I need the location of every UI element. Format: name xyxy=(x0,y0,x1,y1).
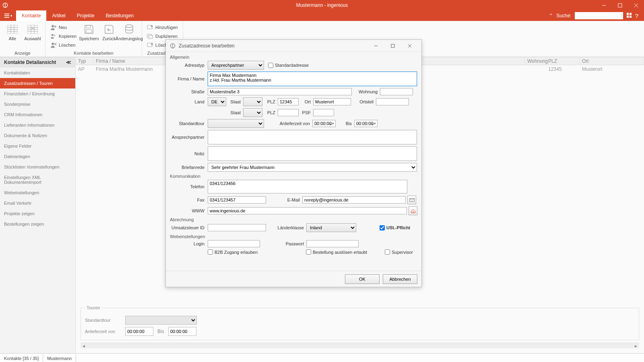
ok-button[interactable]: OK xyxy=(345,274,380,284)
sidebar-item[interactable]: Lieferanten Informationen xyxy=(0,120,75,130)
sidebar: Kontakte Detailansicht ≪ KontaktdatenZus… xyxy=(0,57,76,353)
cancel-button[interactable]: Abbrechen xyxy=(383,274,417,284)
horizontal-scrollbar[interactable]: ◂ ▸ xyxy=(80,343,639,348)
svg-rect-6 xyxy=(4,14,9,14)
sidebar-item[interactable]: Dateianlagen xyxy=(0,151,75,162)
ribbon-speichern-button[interactable]: Speichern xyxy=(80,23,98,41)
standardtour-dlg-select[interactable] xyxy=(208,119,264,128)
strasse-input[interactable] xyxy=(208,88,352,95)
ribbon-neu-button[interactable]: Neu xyxy=(49,23,78,31)
staat2-select[interactable] xyxy=(243,108,262,117)
ribbon-kopieren-button[interactable]: Kopieren xyxy=(49,32,78,40)
adresstyp-select[interactable]: Ansprechpartner xyxy=(208,61,264,70)
grid-select-icon xyxy=(27,23,39,35)
bestellung-checkbox[interactable] xyxy=(306,249,311,255)
ribbon-hinzufuegen-button[interactable]: Hinzufügen xyxy=(145,23,180,31)
ribbon-loeschen-button[interactable]: Löschen xyxy=(49,41,78,49)
sidebar-item[interactable]: Webeinstellungen xyxy=(0,187,75,198)
sidebar-item[interactable]: Kontaktdaten xyxy=(0,68,75,78)
ust-input[interactable] xyxy=(208,224,266,231)
minimize-button[interactable] xyxy=(596,0,612,10)
anlieferzeit-bis-input[interactable] xyxy=(168,327,196,336)
tab-kontakte[interactable]: Kontakte xyxy=(16,10,46,21)
www-open-button[interactable] xyxy=(409,206,417,215)
staat-select[interactable] xyxy=(243,97,262,106)
dialog-minimize-button[interactable] xyxy=(367,40,384,52)
briefanrede-select[interactable]: Sehr geehrter Frau Mustermann xyxy=(208,163,417,172)
dialog-zusatzadresse: Zusatzadresse bearbeiten Allgemein Adres… xyxy=(165,39,422,287)
land-select[interactable]: DE xyxy=(208,97,226,106)
status-mustermann[interactable]: Mustermann xyxy=(43,354,76,362)
ortsteil-input[interactable] xyxy=(376,98,409,105)
standardtour-select[interactable] xyxy=(125,316,197,325)
email-send-button[interactable] xyxy=(407,195,416,204)
status-kontakte[interactable]: Kontakte [35 / 35] xyxy=(0,354,43,362)
svg-rect-3 xyxy=(618,4,622,7)
supervisor-checkbox[interactable] xyxy=(385,249,390,255)
laenderklasse-select[interactable]: Inland xyxy=(306,223,356,232)
dialog-titlebar[interactable]: Zusatzadresse bearbeiten xyxy=(166,40,421,52)
email-input[interactable] xyxy=(302,196,406,204)
svg-point-36 xyxy=(126,25,133,28)
close-button[interactable] xyxy=(628,0,644,10)
ribbon-duplizieren-button[interactable]: Duplizieren xyxy=(145,32,180,40)
sidebar-collapse-icon[interactable]: ≪ xyxy=(66,60,71,65)
sidebar-item[interactable]: Einstellungen XML Dokumentenimport xyxy=(0,172,75,187)
login-input[interactable] xyxy=(208,240,260,247)
help-button[interactable]: ? xyxy=(635,12,638,19)
anlieferzeit-von-input[interactable] xyxy=(125,327,153,336)
sidebar-item[interactable]: Dokumente & Notizen xyxy=(0,130,75,141)
ribbon-aenderungslog-button[interactable]: Änderungslog xyxy=(120,23,138,41)
firma-name-input[interactable] xyxy=(208,72,417,86)
card-plus-icon xyxy=(147,24,153,31)
standardadresse-checkbox[interactable] xyxy=(268,63,273,68)
sidebar-item[interactable]: CRM Informationen xyxy=(0,109,75,120)
psf-input[interactable] xyxy=(313,109,334,116)
plz2-input[interactable] xyxy=(278,109,299,116)
ansprechpartner-input[interactable] xyxy=(208,130,417,144)
sidebar-item[interactable]: Zusatzadressen / Touren xyxy=(0,78,75,88)
sidebar-item[interactable]: Finanzdaten / Einordnung xyxy=(0,88,75,99)
database-icon xyxy=(123,23,135,35)
app-logo-icon xyxy=(0,0,10,10)
ribbon-alle-button[interactable]: Alle xyxy=(3,23,22,41)
sidebar-item[interactable]: Stücklisten Voreinstellungen xyxy=(0,162,75,172)
sidebar-item[interactable]: Email Verkehr xyxy=(0,198,75,208)
sidebar-item[interactable]: Bestellungen zeigen xyxy=(0,219,75,229)
dialog-maximize-button[interactable] xyxy=(384,40,401,52)
svg-rect-25 xyxy=(31,27,34,29)
grid-icon xyxy=(6,23,19,35)
ort-input[interactable] xyxy=(313,98,351,105)
svg-point-29 xyxy=(52,34,54,36)
tab-artikel[interactable]: Artikel xyxy=(46,10,71,21)
plz-input[interactable] xyxy=(278,98,299,105)
tab-bestellungen[interactable]: Bestellungen xyxy=(100,10,139,21)
b2b-checkbox[interactable] xyxy=(208,249,213,255)
svg-rect-9 xyxy=(627,12,629,14)
wohnung-input[interactable] xyxy=(380,88,413,95)
ribbon-auswahl-button[interactable]: Auswahl xyxy=(23,23,42,41)
svg-rect-7 xyxy=(4,15,9,16)
search-options-icon[interactable] xyxy=(626,12,632,19)
notiz-input[interactable] xyxy=(208,146,417,161)
card-copy-icon xyxy=(147,33,153,39)
fax-input[interactable] xyxy=(208,196,266,204)
sidebar-item[interactable]: Projekte zeigen xyxy=(0,208,75,219)
ustpflicht-checkbox[interactable] xyxy=(380,225,385,230)
passwort-input[interactable] xyxy=(306,240,359,247)
www-input[interactable] xyxy=(208,207,407,214)
sidebar-item[interactable]: Sonderpreise xyxy=(0,99,75,109)
save-icon xyxy=(83,23,95,35)
search-input[interactable] xyxy=(575,12,623,19)
svg-rect-34 xyxy=(87,25,91,28)
sidebar-item[interactable]: Eigene Felder xyxy=(0,141,75,151)
telefon-input[interactable] xyxy=(208,180,407,193)
maximize-button[interactable] xyxy=(612,0,628,10)
menu-bar: ▾ Kontakte Artikel Projekte Bestellungen… xyxy=(0,10,644,21)
app-menu-button[interactable]: ▾ xyxy=(0,10,16,21)
tab-projekte[interactable]: Projekte xyxy=(71,10,100,21)
dialog-close-button[interactable] xyxy=(401,40,418,52)
window-title: Mustermann - ingenious xyxy=(296,2,348,8)
ribbon-collapse-icon[interactable]: ⌃ xyxy=(549,13,553,19)
sidebar-header: Kontakte Detailansicht ≪ xyxy=(0,57,75,68)
